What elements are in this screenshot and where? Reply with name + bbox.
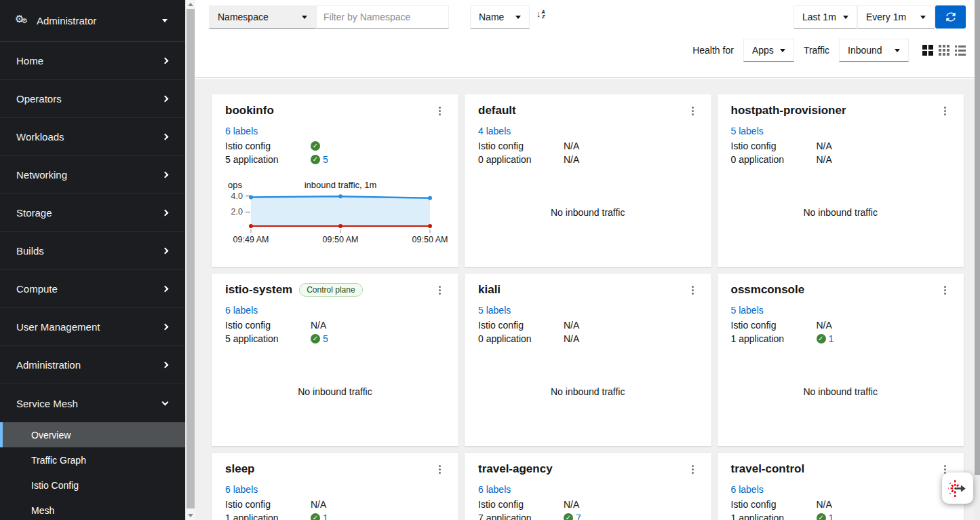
istio-config-label: Istio config xyxy=(478,139,564,153)
applications-status[interactable]: ✓1 xyxy=(817,511,834,520)
applications-status[interactable]: ✓5 xyxy=(311,332,328,346)
sidebar-item-home[interactable]: Home xyxy=(0,42,185,80)
compact-view-button[interactable] xyxy=(939,45,949,56)
lightspeed-button[interactable] xyxy=(942,472,973,504)
filter-type-value: Namespace xyxy=(218,12,269,22)
namespace-card-title[interactable]: istio-system xyxy=(225,283,292,297)
istio-config-status[interactable]: N/A xyxy=(564,498,579,511)
namespace-card-title[interactable]: default xyxy=(478,104,516,117)
refresh-button[interactable] xyxy=(935,5,966,29)
istio-config-status[interactable]: N/A xyxy=(817,139,832,153)
labels-link[interactable]: 6 labels xyxy=(731,483,764,496)
refresh-interval-select[interactable]: Every 1m xyxy=(857,5,935,29)
istio-config-status[interactable]: ✓ xyxy=(311,139,320,153)
applications-label: 1 application xyxy=(731,332,817,346)
filter-type-select[interactable]: Namespace xyxy=(209,5,316,29)
labels-link[interactable]: 5 labels xyxy=(731,124,764,138)
sidebar-scrollbar[interactable] xyxy=(185,0,195,520)
sidebar-subitem-overview[interactable]: Overview xyxy=(0,422,185,447)
applications-status[interactable]: ✓1 xyxy=(817,332,834,346)
traffic-direction-value: Inbound xyxy=(848,45,882,56)
sidebar-item-storage[interactable]: Storage xyxy=(0,194,185,232)
labels-link[interactable]: 5 labels xyxy=(478,303,511,317)
healthy-app-count[interactable]: 1 xyxy=(323,511,328,520)
caret-down-icon xyxy=(895,49,900,52)
sidebar-item-administration[interactable]: Administration xyxy=(0,346,185,384)
namespace-card-title[interactable]: kiali xyxy=(478,283,501,297)
card-actions-kebab-button[interactable] xyxy=(435,463,445,476)
labels-link[interactable]: 6 labels xyxy=(225,303,258,317)
applications-status[interactable]: ✓1 xyxy=(311,511,328,520)
sidebar-item-workloads[interactable]: Workloads xyxy=(0,118,185,156)
sidebar-subitem-traffic-graph[interactable]: Traffic Graph xyxy=(0,447,185,472)
namespace-card-title[interactable]: hostpath-provisioner xyxy=(731,104,846,117)
istio-config-status[interactable]: N/A xyxy=(564,318,579,332)
health-for-select[interactable]: Apps xyxy=(743,39,794,62)
istio-config-status[interactable]: N/A xyxy=(311,498,326,511)
sidebar-item-builds[interactable]: Builds xyxy=(0,232,185,270)
healthy-app-count[interactable]: 7 xyxy=(576,511,581,520)
namespace-card-title[interactable]: ossmconsole xyxy=(731,283,805,297)
perspective-switcher[interactable]: ⚙⚙ Administrator xyxy=(0,0,185,42)
namespace-card-title[interactable]: travel-control xyxy=(731,462,805,476)
sidebar-item-label: Home xyxy=(16,55,43,67)
page-scrollbar[interactable] xyxy=(975,0,980,520)
sidebar-subitem-istio-config[interactable]: Istio Config xyxy=(0,472,185,498)
sidebar-subitem-mesh[interactable]: Mesh xyxy=(0,498,185,520)
istio-config-label: Istio config xyxy=(731,498,817,511)
healthy-app-count[interactable]: 1 xyxy=(829,332,834,346)
sidebar-item-user-management[interactable]: User Management xyxy=(0,308,185,346)
card-actions-kebab-button[interactable] xyxy=(688,105,698,117)
sidebar-item-networking[interactable]: Networking xyxy=(0,156,185,194)
sort-field-select[interactable]: Name xyxy=(470,5,530,29)
healthy-app-count[interactable]: 5 xyxy=(323,332,328,346)
scroll-up-icon[interactable] xyxy=(188,3,193,6)
applications-status[interactable]: N/A xyxy=(564,153,579,166)
namespace-card-title[interactable]: bookinfo xyxy=(225,104,274,117)
istio-config-status[interactable]: N/A xyxy=(817,498,832,511)
applications-status[interactable]: ✓5 xyxy=(311,153,328,166)
card-actions-kebab-button[interactable] xyxy=(688,463,698,476)
sidebar-item-service-mesh[interactable]: Service Mesh xyxy=(0,384,185,422)
applications-status[interactable]: N/A xyxy=(564,332,579,346)
labels-link[interactable]: 4 labels xyxy=(478,124,511,138)
sort-order-button[interactable]: ↓ AZ xyxy=(535,5,547,29)
list-view-button[interactable] xyxy=(955,45,966,56)
card-actions-kebab-button[interactable] xyxy=(940,105,950,117)
card-actions-kebab-button[interactable] xyxy=(435,105,445,117)
namespace-card-bookinfo: bookinfo 6 labels Istio config ✓ 5 appli… xyxy=(212,94,458,267)
healthy-app-count[interactable]: 5 xyxy=(323,153,328,166)
istio-config-status[interactable]: N/A xyxy=(817,318,832,332)
namespace-card-title[interactable]: travel-agency xyxy=(478,462,553,476)
labels-link[interactable]: 6 labels xyxy=(225,483,258,496)
card-traffic-area: No inbound traffic xyxy=(731,346,951,438)
labels-link[interactable]: 6 labels xyxy=(225,124,258,138)
card-actions-kebab-button[interactable] xyxy=(435,284,445,297)
healthy-app-count[interactable]: 1 xyxy=(829,511,834,520)
y-axis-tick-label: 2.0 xyxy=(231,207,243,217)
chevron-right-icon xyxy=(162,172,169,179)
scroll-down-icon[interactable] xyxy=(188,514,193,517)
success-check-icon: ✓ xyxy=(311,334,320,343)
sidebar-item-compute[interactable]: Compute xyxy=(0,270,185,308)
x-axis-tick-label: 09:49 AM xyxy=(233,235,269,244)
expanded-view-button[interactable] xyxy=(922,45,933,56)
sidebar-item-operators[interactable]: Operators xyxy=(0,80,185,118)
applications-status[interactable]: N/A xyxy=(817,153,832,166)
labels-link[interactable]: 5 labels xyxy=(731,303,764,317)
namespace-filter-input[interactable] xyxy=(316,5,449,29)
card-actions-kebab-button[interactable] xyxy=(940,284,950,297)
istio-config-status[interactable]: N/A xyxy=(564,139,579,153)
applications-label: 1 application xyxy=(225,511,311,520)
applications-na: N/A xyxy=(817,153,832,166)
namespace-card-title[interactable]: sleep xyxy=(225,462,254,476)
labels-link[interactable]: 6 labels xyxy=(478,483,511,496)
sidebar-scrollbar-thumb[interactable] xyxy=(187,9,195,508)
traffic-direction-select[interactable]: Inbound xyxy=(839,39,909,62)
applications-status[interactable]: ✓7 xyxy=(564,511,581,520)
istio-config-status[interactable]: N/A xyxy=(311,318,326,332)
chevron-right-icon xyxy=(162,248,169,255)
page-scrollbar-thumb[interactable] xyxy=(975,0,980,475)
duration-select[interactable]: Last 1m xyxy=(793,5,857,29)
card-actions-kebab-button[interactable] xyxy=(688,284,698,297)
